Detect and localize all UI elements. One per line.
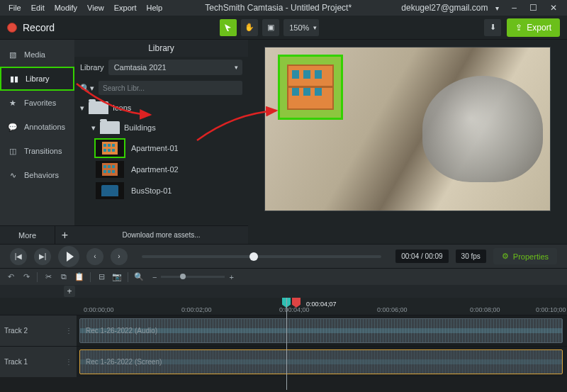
timeline-zoom-slider[interactable]: − +: [152, 273, 234, 281]
asset-thumbnail: [96, 161, 124, 178]
step-forward-button[interactable]: ‹: [86, 248, 103, 265]
play-button[interactable]: [58, 246, 79, 267]
library-tree: ▾ Icons ▾ Buildings Apartment-01 Apartme…: [74, 98, 248, 225]
ruler-mark: 0:00:08;00: [470, 306, 500, 313]
download-more-assets-link[interactable]: Download more assets...: [74, 225, 248, 244]
library-folder-icons[interactable]: ▾ Icons: [80, 98, 242, 118]
sidebar-more-button[interactable]: More: [0, 225, 55, 244]
library-search-input[interactable]: Search Libr...: [99, 81, 242, 95]
window-minimize[interactable]: –: [506, 3, 522, 13]
behaviors-icon: ∿: [7, 171, 18, 179]
screenshot-button[interactable]: 📷: [112, 272, 122, 281]
zoom-out-icon[interactable]: −: [152, 273, 157, 281]
timeline-tool-row: ↶ ↷ ✂ ⧉ 📋 ⊟ 📷 🔍 − +: [0, 268, 567, 285]
timeline-track-1: Track 1 ⋮ Rec 1-26-2022 (Screen): [0, 346, 567, 377]
sidebar-item-label: Annotations: [24, 123, 65, 131]
step-back-button[interactable]: ▶|: [34, 248, 51, 265]
crop-tool-button[interactable]: ▣: [262, 19, 279, 36]
library-asset-apartment-02[interactable]: Apartment-02: [80, 159, 242, 180]
add-track-button[interactable]: +: [64, 286, 75, 297]
menu-file[interactable]: File: [4, 2, 26, 13]
playback-scrubber[interactable]: [142, 255, 381, 258]
redo-button[interactable]: ↷: [21, 272, 31, 281]
record-button[interactable]: Record: [7, 22, 55, 33]
zoom-in-icon[interactable]: +: [229, 273, 233, 281]
playback-bar: |◀ ▶| ‹ › 00:04 / 00:09 30 fps ⚙ Propert…: [0, 244, 567, 268]
sidebar-item-library[interactable]: ▮▮ Library: [0, 67, 74, 91]
account-email[interactable]: dekugel27@gmail.com ▾: [390, 3, 505, 13]
menu-edit[interactable]: Edit: [27, 2, 49, 13]
menu-help[interactable]: Help: [142, 2, 167, 13]
asset-thumbnail: [96, 140, 124, 157]
asset-label: Apartment-02: [131, 165, 179, 174]
menu-modify[interactable]: Modify: [50, 2, 82, 13]
transition-icon: ◫: [7, 147, 18, 155]
track-options-icon[interactable]: ⋮: [65, 358, 72, 366]
sidebar-add-button[interactable]: +: [55, 225, 74, 244]
library-asset-apartment-01[interactable]: Apartment-01: [80, 138, 242, 159]
export-label: Export: [527, 23, 551, 33]
clip-screen[interactable]: Rec 1-26-2022 (Screen): [79, 349, 563, 374]
library-selector-dropdown[interactable]: Camtasia 2021: [108, 60, 242, 75]
prev-clip-button[interactable]: |◀: [10, 248, 27, 265]
sidebar-item-annotations[interactable]: 💬 Annotations: [0, 115, 74, 139]
timeline-ruler[interactable]: 0:00:04;07 0:00:00;00 0:00:02;00 0:00:04…: [0, 298, 567, 315]
sidebar-item-media[interactable]: ▧ Media: [0, 43, 74, 67]
split-button[interactable]: ⊟: [96, 272, 106, 281]
building-graphic: [287, 65, 334, 110]
playhead-line[interactable]: [286, 298, 287, 390]
window-close[interactable]: ✕: [544, 3, 563, 13]
playback-time: 00:04 / 00:09: [395, 250, 448, 263]
download-button[interactable]: ⬇: [484, 19, 501, 36]
library-asset-busstop-01[interactable]: BusStop-01: [80, 180, 242, 201]
annotation-icon: 💬: [7, 123, 18, 131]
pan-tool-button[interactable]: ✋: [241, 19, 258, 36]
window-maximize[interactable]: ☐: [524, 3, 543, 13]
track-options-icon[interactable]: ⋮: [65, 327, 72, 335]
copy-button[interactable]: ⧉: [59, 272, 69, 281]
undo-button[interactable]: ↶: [6, 272, 16, 281]
main-area: ▧ Media ▮▮ Library ★ Favorites 💬 Annotat…: [0, 40, 567, 244]
menu-export[interactable]: Export: [110, 2, 141, 13]
next-clip-button[interactable]: ›: [111, 248, 128, 265]
sidebar-item-transitions[interactable]: ◫ Transitions: [0, 139, 74, 163]
folder-label: Icons: [113, 103, 131, 112]
canvas-zoom-dropdown[interactable]: 150%: [284, 19, 319, 36]
library-folder-buildings[interactable]: ▾ Buildings: [80, 118, 242, 138]
sidebar-item-behaviors[interactable]: ∿ Behaviors: [0, 163, 74, 187]
library-icon: ▮▮: [9, 74, 20, 83]
zoom-handle[interactable]: [180, 274, 186, 279]
search-icon[interactable]: 🔍▾: [80, 84, 94, 93]
selected-asset-on-canvas[interactable]: [278, 55, 343, 120]
chevron-down-icon: ▾: [80, 103, 84, 113]
sidebar-item-label: Media: [24, 50, 45, 59]
cursor-tool-button[interactable]: [220, 19, 237, 36]
ruler-mark: 0:00:00;00: [84, 306, 114, 313]
paste-button[interactable]: 📋: [74, 272, 84, 281]
cut-button[interactable]: ✂: [43, 272, 53, 281]
track-header[interactable]: Track 1 ⋮: [0, 347, 77, 377]
record-icon: [7, 23, 17, 33]
library-label: Library: [80, 63, 104, 72]
clip-label: Rec 1-26-2022 (Screen): [86, 358, 162, 366]
menu-view[interactable]: View: [83, 2, 108, 13]
library-panel: Library Library Camtasia 2021 🔍▾ Search …: [74, 40, 248, 244]
canvas-preview[interactable]: [264, 47, 551, 211]
sidebar-item-favorites[interactable]: ★ Favorites: [0, 91, 74, 115]
video-content-kettle: [422, 76, 543, 182]
play-icon: [67, 252, 74, 262]
asset-label: Apartment-01: [131, 144, 179, 152]
sidebar-item-label: Library: [26, 74, 50, 83]
sidebar-item-label: Behaviors: [24, 171, 59, 179]
menu-bar: File Edit Modify View Export Help: [4, 2, 167, 13]
properties-button[interactable]: ⚙ Properties: [493, 248, 557, 264]
export-button[interactable]: ⇪ Export: [507, 18, 560, 37]
track-body[interactable]: Rec 1-26-2022 (Screen): [77, 347, 567, 377]
clip-audio[interactable]: Rec 1-26-2022 (Audio): [79, 318, 563, 343]
track-body[interactable]: Rec 1-26-2022 (Audio): [77, 315, 567, 346]
scrubber-handle[interactable]: [249, 252, 258, 261]
track-header[interactable]: Track 2 ⋮: [0, 315, 77, 346]
zoom-find-button[interactable]: 🔍: [134, 272, 144, 281]
media-icon: ▧: [7, 50, 18, 59]
timeline: + 0:00:04;07 0:00:00;00 0:00:02;00 0:00:…: [0, 285, 567, 377]
